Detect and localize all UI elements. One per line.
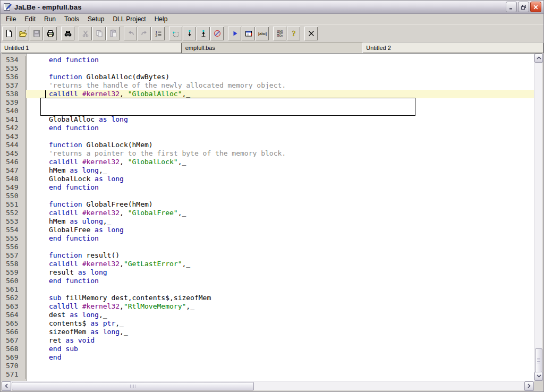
- tab-empfull-bas[interactable]: empfull.bas: [182, 42, 363, 53]
- code-text[interactable]: hMem as long,_: [26, 166, 534, 175]
- code-text[interactable]: 'returns the handle of the newly allocat…: [26, 81, 534, 90]
- menu-run[interactable]: Run: [40, 14, 60, 24]
- option-toggles-button[interactable]: OnOffOn: [273, 27, 286, 40]
- debug-window-button[interactable]: !: [242, 27, 255, 40]
- cut-button[interactable]: [79, 27, 92, 40]
- line-number: 565: [2, 319, 26, 328]
- save-button[interactable]: [30, 27, 43, 40]
- code-line: 565contents$ as ptr,_: [2, 319, 534, 328]
- exit-button[interactable]: [304, 27, 318, 40]
- code-line: 543: [2, 132, 534, 141]
- help-button[interactable]: ?: [287, 27, 300, 40]
- code-line: 559result as long: [2, 268, 534, 277]
- code-text[interactable]: contents$ as ptr,_: [26, 319, 534, 328]
- hide-element-button[interactable]: [210, 27, 224, 40]
- code-text[interactable]: function GlobalAlloc(dwBytes): [26, 73, 534, 81]
- menu-setup[interactable]: Setup: [83, 14, 108, 24]
- code-text[interactable]: GlobalLock as long: [26, 175, 534, 183]
- code-line: 556: [2, 243, 534, 251]
- tab-untitled-1[interactable]: Untitled 1: [1, 42, 182, 53]
- code-text[interactable]: GlobalFree as long: [26, 226, 534, 234]
- horizontal-scrollbar[interactable]: [2, 381, 542, 390]
- goto-previous-button[interactable]: [197, 27, 210, 40]
- copy-button[interactable]: [92, 27, 106, 40]
- goto-next-button[interactable]: [183, 27, 196, 40]
- code-text[interactable]: hMem as ulong,_: [26, 217, 534, 226]
- code-text[interactable]: [26, 370, 534, 379]
- redo-button[interactable]: [138, 27, 151, 40]
- scroll-down-button[interactable]: [534, 372, 543, 381]
- code-text[interactable]: calldll #kernel32, "GlobalAlloc",_: [26, 90, 534, 98]
- code-line: 562sub fillMemory dest,contents$,sizeofM…: [2, 294, 534, 302]
- undo-button[interactable]: [124, 27, 137, 40]
- code-line: 542end function: [2, 124, 534, 132]
- code-text[interactable]: result as long: [26, 268, 534, 277]
- line-number: 535: [2, 64, 26, 73]
- scroll-right-button[interactable]: [524, 381, 534, 391]
- select-block-button[interactable]: [169, 27, 182, 40]
- code-text[interactable]: end function: [26, 277, 534, 285]
- code-text[interactable]: end function: [26, 183, 534, 192]
- run-button[interactable]: [228, 27, 241, 40]
- code-text[interactable]: GlobalAlloc as long: [26, 115, 534, 124]
- print-button[interactable]: [44, 27, 57, 40]
- code-text[interactable]: calldll #kernel32,"RtlMoveMemory",_: [26, 302, 534, 311]
- menu-edit[interactable]: Edit: [20, 14, 40, 24]
- code-text[interactable]: sub fillMemory dest,contents$,sizeofMem: [26, 294, 534, 302]
- menu-dll-project[interactable]: DLL Project: [108, 14, 150, 24]
- code-text[interactable]: [26, 132, 534, 141]
- line-numbers-button[interactable]: 12: [151, 27, 165, 40]
- code-text[interactable]: end: [26, 353, 534, 362]
- code-text[interactable]: end function: [26, 234, 534, 243]
- close-button[interactable]: [530, 2, 541, 12]
- open-button[interactable]: [16, 27, 29, 40]
- tooltip-description: call an API or DLL function: [43, 115, 415, 116]
- code-text[interactable]: [26, 64, 534, 73]
- vertical-scrollbar[interactable]: [534, 54, 542, 381]
- titlebar[interactable]: JaLBe - empfull.bas: [1, 1, 543, 14]
- code-text[interactable]: calldll #kernel32, "GlobalLock",_: [26, 158, 534, 166]
- line-number: 548: [2, 175, 26, 183]
- find-button[interactable]: [61, 27, 74, 40]
- string-tool-button[interactable]: [abc]: [256, 27, 269, 40]
- code-text[interactable]: [26, 243, 534, 251]
- new-button[interactable]: [2, 27, 15, 40]
- code-text[interactable]: calldll #kernel32, "GlobalFree",_: [26, 209, 534, 217]
- code-line: 536function GlobalAlloc(dwBytes): [2, 73, 534, 81]
- code-text[interactable]: end function: [26, 124, 534, 132]
- code-text[interactable]: [26, 192, 534, 200]
- code-line: 552calldll #kernel32, "GlobalFree",_: [2, 209, 534, 217]
- line-number: 547: [2, 166, 26, 175]
- vertical-scroll-thumb[interactable]: [535, 348, 542, 372]
- menu-tools[interactable]: Tools: [60, 14, 83, 24]
- paste-button[interactable]: [106, 27, 120, 40]
- tab-untitled-2[interactable]: Untitled 2: [362, 42, 543, 53]
- code-text[interactable]: sizeofMem as long,_: [26, 328, 534, 336]
- new-document-icon: [5, 29, 13, 38]
- code-text[interactable]: [26, 285, 534, 294]
- code-text[interactable]: function GlobalFree(hMem): [26, 200, 534, 209]
- code-text[interactable]: ret as void: [26, 336, 534, 345]
- code-text[interactable]: 'returns a pointer to the first byte of …: [26, 149, 534, 158]
- code-text[interactable]: calldll #kernel32,"GetLastError",_: [26, 260, 534, 268]
- app-logo-icon: [3, 3, 12, 12]
- menu-help[interactable]: Help: [150, 14, 172, 24]
- code-text[interactable]: [26, 362, 534, 370]
- scroll-up-button[interactable]: [534, 54, 543, 63]
- minimize-button[interactable]: [506, 2, 517, 12]
- copy-pages-icon: [95, 29, 104, 38]
- code-text[interactable]: end sub: [26, 345, 534, 353]
- code-text[interactable]: function result(): [26, 251, 534, 260]
- code-editor[interactable]: 534end function535536function GlobalAllo…: [2, 54, 534, 381]
- menu-file[interactable]: File: [2, 14, 20, 24]
- code-text[interactable]: function GlobalLock(hMem): [26, 141, 534, 149]
- arrow-down-marker-icon: [185, 29, 194, 38]
- code-line: 547hMem as long,_: [2, 166, 534, 175]
- restore-button[interactable]: [518, 2, 529, 12]
- code-text[interactable]: dest as long,_: [26, 311, 534, 319]
- scroll-left-button[interactable]: [2, 381, 11, 391]
- horizontal-scroll-thumb[interactable]: [12, 382, 254, 390]
- code-text[interactable]: end function: [26, 56, 534, 64]
- dotted-selection-icon: [172, 29, 180, 38]
- tab-bar: Untitled 1empfull.basUntitled 2: [1, 42, 543, 53]
